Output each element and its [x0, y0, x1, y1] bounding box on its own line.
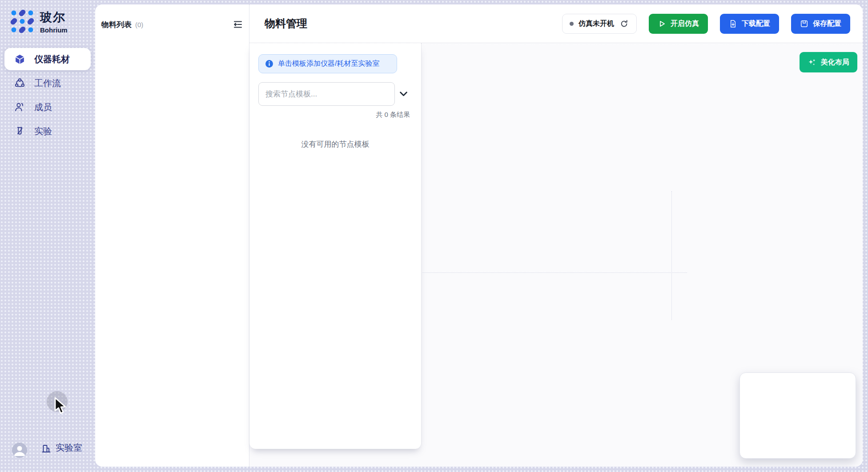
result-count: 共 0 条结果	[376, 111, 410, 119]
page-title: 物料管理	[265, 16, 307, 31]
members-icon	[14, 102, 25, 113]
brand-logo: 玻尔 Bohrium	[10, 9, 68, 34]
header-actions: 仿真未开机 开启仿真	[562, 14, 850, 34]
sidebar-item-workflow[interactable]: 工作流	[4, 72, 91, 94]
info-icon	[265, 60, 273, 68]
save-config-label: 保存配置	[813, 19, 841, 28]
content-area: 物料管理 仿真未开机 开启仿真	[249, 4, 863, 467]
refresh-icon	[620, 20, 628, 28]
sidebar-footer: 实验室	[0, 442, 95, 460]
save-config-button[interactable]: 保存配置	[791, 14, 850, 34]
sidebar-item-experiments[interactable]: 实验	[4, 120, 91, 142]
search-input[interactable]	[258, 82, 395, 106]
save-icon	[800, 20, 808, 28]
beautify-layout-label: 美化布局	[821, 58, 849, 67]
simulation-status-text: 仿真未开机	[579, 19, 614, 28]
workflow-icon	[14, 78, 25, 89]
start-simulation-button[interactable]: 开启仿真	[649, 14, 708, 34]
bohrium-logo-icon	[10, 9, 35, 34]
download-config-label: 下载配置	[742, 19, 770, 28]
lab-label: 实验室	[56, 442, 82, 454]
sidebar-item-label: 工作流	[34, 77, 61, 89]
info-banner-text: 单击模板添加仪器/耗材至实验室	[278, 59, 379, 68]
chevron-down-icon	[400, 92, 407, 96]
play-icon	[658, 20, 666, 28]
sidebar-item-members[interactable]: 成员	[4, 96, 91, 118]
sparkles-icon	[808, 58, 816, 67]
status-dot-icon	[570, 22, 574, 26]
file-download-icon	[729, 20, 737, 28]
main-card: 物料列表 (0) 物料管理 仿真未开机	[95, 4, 863, 467]
brand-subtitle: Bohrium	[40, 26, 68, 34]
expand-filters-button[interactable]	[400, 92, 407, 96]
materials-panel-header: 物料列表 (0)	[101, 18, 245, 31]
flow-canvas[interactable]: 单击模板添加仪器/耗材至实验室 共 0 条结果 没有可用的节点模板	[249, 43, 863, 467]
sidebar-nav: 仪器耗材 工作流 成员 实验	[0, 46, 95, 144]
mouse-cursor	[52, 397, 69, 416]
sidebar-item-label: 实验	[34, 125, 52, 137]
test-tube-icon	[14, 126, 25, 137]
empty-state-text: 没有可用的节点模板	[249, 139, 421, 149]
brand-name: 玻尔	[40, 9, 68, 25]
start-simulation-label: 开启仿真	[671, 19, 699, 28]
info-banner: 单击模板添加仪器/耗材至实验室	[258, 54, 397, 73]
sidebar: 玻尔 Bohrium 仪器耗材 工作流	[0, 0, 95, 472]
building-icon	[41, 442, 52, 454]
refresh-status-button[interactable]	[619, 19, 629, 29]
avatar-person-icon	[12, 443, 27, 458]
materials-list-panel: 物料列表 (0)	[95, 4, 249, 467]
beautify-layout-button[interactable]: 美化布局	[800, 52, 857, 72]
outdent-icon	[233, 19, 243, 30]
sidebar-item-label: 成员	[34, 101, 52, 113]
avatar[interactable]	[12, 443, 27, 458]
sidebar-item-lab[interactable]: 实验室	[41, 442, 82, 454]
cube-icon	[14, 54, 25, 65]
template-search-row	[258, 82, 413, 106]
node-template-panel: 单击模板添加仪器/耗材至实验室 共 0 条结果 没有可用的节点模板	[249, 43, 422, 449]
materials-list-title: 物料列表	[101, 20, 132, 30]
collapse-panel-button[interactable]	[231, 18, 245, 31]
canvas-guide-line-vertical	[671, 191, 672, 320]
page-header: 物料管理 仿真未开机 开启仿真	[249, 4, 863, 43]
canvas-guide-line-horizontal	[422, 272, 687, 273]
download-config-button[interactable]: 下载配置	[720, 14, 779, 34]
materials-list-count: (0)	[135, 21, 143, 28]
canvas-minimap[interactable]	[739, 372, 856, 459]
simulation-status-pill: 仿真未开机	[562, 14, 637, 34]
sidebar-item-label: 仪器耗材	[34, 53, 70, 65]
sidebar-item-instruments[interactable]: 仪器耗材	[4, 48, 91, 70]
